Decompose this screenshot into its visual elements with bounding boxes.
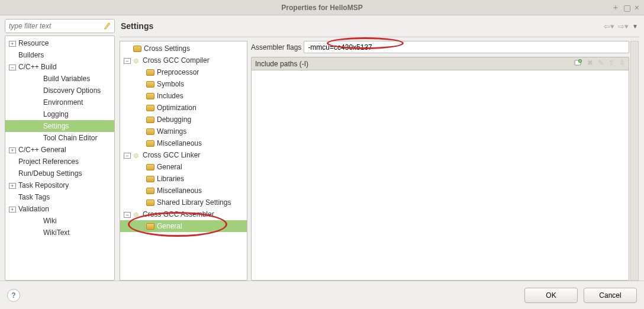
tool-icon xyxy=(132,57,140,65)
nav-item-task-tags[interactable]: Task Tags xyxy=(5,191,114,203)
tool-linker-misc[interactable]: Miscellaneous xyxy=(120,185,247,197)
maximize-icon[interactable]: ▢ xyxy=(623,3,631,12)
left-nav-tree[interactable]: +Resource Builders −C/C++ Build Build Va… xyxy=(5,36,115,281)
nav-item-resource[interactable]: +Resource xyxy=(5,37,114,49)
nav-item-proj-refs[interactable]: Project References xyxy=(5,156,114,168)
tool-icon xyxy=(132,211,140,218)
nav-item-ccpp-general[interactable]: +C/C++ General xyxy=(5,144,114,156)
folder-icon xyxy=(146,164,154,170)
folder-icon xyxy=(146,105,154,111)
move-up-icon[interactable]: ⇧ xyxy=(608,59,614,69)
nav-item-task-repo[interactable]: +Task Repository xyxy=(5,179,114,191)
folder-icon xyxy=(146,81,154,88)
expand-icon[interactable]: + xyxy=(9,147,16,153)
folder-icon xyxy=(146,176,154,182)
tool-includes[interactable]: Includes xyxy=(120,90,247,102)
collapse-icon[interactable]: − xyxy=(124,58,131,64)
tool-icon xyxy=(132,152,140,159)
window-controls: ＋ ▢ × xyxy=(611,0,639,15)
tool-gcc-compiler[interactable]: −Cross GCC Compiler xyxy=(120,54,247,66)
page-heading: Settings xyxy=(121,21,153,31)
help-button[interactable]: ? xyxy=(7,289,20,302)
include-paths-header: Include paths (-I) ✖ ✎ ⇧ ⇩ xyxy=(251,57,629,70)
assembler-flags-input[interactable] xyxy=(304,41,629,53)
nav-item-discovery[interactable]: Discovery Options xyxy=(5,85,114,96)
nav-item-rundebug[interactable]: Run/Debug Settings xyxy=(5,168,114,179)
expand-icon[interactable]: + xyxy=(9,207,16,213)
tool-symbols[interactable]: Symbols xyxy=(120,78,247,90)
window-title: Properties for HelloMSP xyxy=(281,4,362,12)
tool-preprocessor[interactable]: Preprocessor xyxy=(120,66,247,78)
tool-settings-tree[interactable]: Cross Settings −Cross GCC Compiler Prepr… xyxy=(120,41,247,281)
tool-cross-settings[interactable]: Cross Settings xyxy=(120,43,247,54)
nav-item-logging[interactable]: Logging xyxy=(5,108,114,120)
minimize-icon[interactable]: ＋ xyxy=(611,2,620,13)
ok-button[interactable]: OK xyxy=(524,288,578,303)
forward-icon[interactable]: ⇨▾ xyxy=(618,22,629,31)
include-paths-label: Include paths (-I) xyxy=(255,60,308,68)
folder-icon xyxy=(146,93,154,99)
tool-gcc-assembler[interactable]: −Cross GCC Assembler xyxy=(120,208,247,220)
folder-icon xyxy=(146,188,154,194)
vertical-scrollbar[interactable] xyxy=(630,41,639,281)
collapse-icon[interactable]: − xyxy=(124,212,131,218)
nav-item-build-vars[interactable]: Build Variables xyxy=(5,73,114,85)
history-nav: ⇦▾ ⇨▾ ▼ xyxy=(604,22,638,31)
delete-include-icon[interactable]: ✖ xyxy=(587,59,593,69)
titlebar: Properties for HelloMSP ＋ ▢ × xyxy=(0,0,644,15)
back-icon[interactable]: ⇦▾ xyxy=(604,22,614,31)
tool-linker-libraries[interactable]: Libraries xyxy=(120,173,247,185)
tool-debugging[interactable]: Debugging xyxy=(120,114,247,125)
folder-icon xyxy=(133,46,141,52)
clear-filter-icon[interactable] xyxy=(102,21,112,31)
move-down-icon[interactable]: ⇩ xyxy=(619,59,625,69)
nav-item-wiki[interactable]: Wiki xyxy=(5,215,114,227)
view-menu-icon[interactable]: ▼ xyxy=(632,23,638,30)
assembler-flags-row: Assembler flags xyxy=(251,41,629,53)
filter-input[interactable] xyxy=(5,19,115,33)
nav-item-wikitext[interactable]: WikiText xyxy=(5,227,114,239)
expand-icon[interactable]: + xyxy=(9,41,16,47)
nav-item-toolchain[interactable]: Tool Chain Editor xyxy=(5,132,114,144)
nav-item-ccpp-build[interactable]: −C/C++ Build xyxy=(5,61,114,73)
include-paths-list[interactable] xyxy=(251,70,629,281)
tool-gcc-linker[interactable]: −Cross GCC Linker xyxy=(120,149,247,161)
tool-miscellaneous[interactable]: Miscellaneous xyxy=(120,137,247,149)
folder-icon xyxy=(146,223,154,230)
cancel-button[interactable]: Cancel xyxy=(584,288,637,303)
nav-item-settings[interactable]: Settings xyxy=(5,120,114,132)
tool-warnings[interactable]: Warnings xyxy=(120,125,247,137)
folder-icon xyxy=(146,117,154,123)
tool-linker-general[interactable]: General xyxy=(120,161,247,173)
collapse-icon[interactable]: − xyxy=(9,65,16,70)
separator xyxy=(120,37,639,37)
tool-assembler-general[interactable]: General xyxy=(120,220,247,232)
nav-item-environment[interactable]: Environment xyxy=(5,96,114,108)
folder-icon xyxy=(146,199,154,206)
assembler-flags-label: Assembler flags xyxy=(251,43,301,52)
tool-linker-shared[interactable]: Shared Library Settings xyxy=(120,197,247,208)
add-include-icon[interactable] xyxy=(574,59,582,69)
nav-item-builders[interactable]: Builders xyxy=(5,49,114,61)
right-pane: Settings ⇦▾ ⇨▾ ▼ Cross Settings −Cross G… xyxy=(120,19,639,281)
filter-wrap xyxy=(5,19,115,33)
edit-include-icon[interactable]: ✎ xyxy=(598,59,604,69)
folder-icon xyxy=(146,69,154,76)
nav-item-validation[interactable]: +Validation xyxy=(5,203,114,215)
tool-optimization[interactable]: Optimization xyxy=(120,102,247,114)
folder-icon xyxy=(146,128,154,135)
collapse-icon[interactable]: − xyxy=(124,153,131,159)
folder-icon xyxy=(146,140,154,147)
expand-icon[interactable]: + xyxy=(9,183,16,189)
close-icon[interactable]: × xyxy=(635,3,639,12)
